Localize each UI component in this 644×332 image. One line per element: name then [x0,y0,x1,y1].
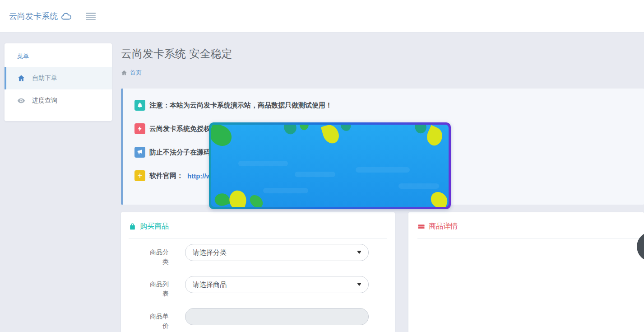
leaf-decoration [338,125,353,133]
notice-text: 软件官网： [149,172,183,180]
sidebar: 菜单 自助下单 进度查询 [5,43,112,121]
price-label: 商品单价 [145,312,169,331]
page-title: 云尚发卡系统 安全稳定 [121,47,232,61]
leaf-decoration [227,189,249,207]
sidebar-toggle-list-icon[interactable] [86,12,96,21]
form-row-category: 商品分类 请选择分类 [121,244,395,261]
leaf-decoration [321,125,341,145]
breadcrumb: 首页 [121,69,142,77]
brand-logo[interactable]: 云尚发卡系统 [9,0,72,33]
bell-icon [134,100,145,111]
product-details-panel: 商品详情 [408,212,644,332]
details-panel-header: 商品详情 [417,222,458,231]
home-icon [121,70,127,76]
sidebar-menu-label: 菜单 [5,43,112,67]
product-select-value: 请选择商品 [193,281,227,289]
details-panel-title: 商品详情 [429,222,458,231]
leaf-decoration [412,125,429,136]
form-row-product: 商品列表 请选择商品 [121,276,395,293]
leaf-decoration [281,125,300,136]
bullhorn-icon [134,147,145,158]
product-label: 商品列表 [145,280,169,299]
plus-icon [134,170,145,181]
card-list-icon [417,223,425,230]
leaf-decoration [211,125,235,149]
divider [417,238,644,238]
chevron-down-icon [357,284,361,286]
eye-icon [17,97,25,105]
breadcrumb-home-link[interactable]: 首页 [130,69,142,77]
leaf-decoration [424,125,445,148]
top-header: 云尚发卡系统 [0,0,644,33]
shopping-bag-icon [129,223,136,230]
leaf-decoration [299,125,310,131]
notice-row: 注意：本站为云尚发卡系统演示站，商品数据只做测试使用！ [134,100,644,111]
brand-text: 云尚发卡系统 [9,11,58,22]
bolt-icon [134,123,145,134]
sidebar-item-self-order[interactable]: 自助下单 [5,67,112,89]
divider [129,238,387,238]
leaf-decoration [428,190,449,207]
form-row-price: 商品单价 [121,308,395,325]
promo-banner-image [209,122,451,209]
sidebar-item-label: 自助下单 [32,74,57,82]
sidebar-item-progress-query[interactable]: 进度查询 [5,89,112,112]
notice-text: 防止不法分子在源码中 [149,148,217,157]
leaf-decoration [213,191,231,207]
notice-text: 云尚发卡系统免授权使 [149,125,217,133]
chevron-down-icon [357,252,361,254]
product-select[interactable]: 请选择商品 [185,276,369,293]
home-icon [17,74,25,82]
sidebar-item-label: 进度查询 [32,97,57,105]
leaf-decoration [247,193,265,207]
category-select[interactable]: 请选择分类 [185,244,369,261]
price-input[interactable] [185,308,369,325]
category-select-value: 请选择分类 [193,248,227,257]
purchase-panel: 购买商品 商品分类 请选择分类 商品列表 请选择商品 商品单价 [121,212,395,332]
purchase-panel-title: 购买商品 [140,222,169,231]
cloud-icon [61,12,72,20]
promo-banner-canvas [211,125,449,207]
notice-text: 注意：本站为云尚发卡系统演示站，商品数据只做测试使用！ [149,101,332,110]
purchase-panel-header: 购买商品 [129,222,169,231]
category-label: 商品分类 [145,248,169,267]
